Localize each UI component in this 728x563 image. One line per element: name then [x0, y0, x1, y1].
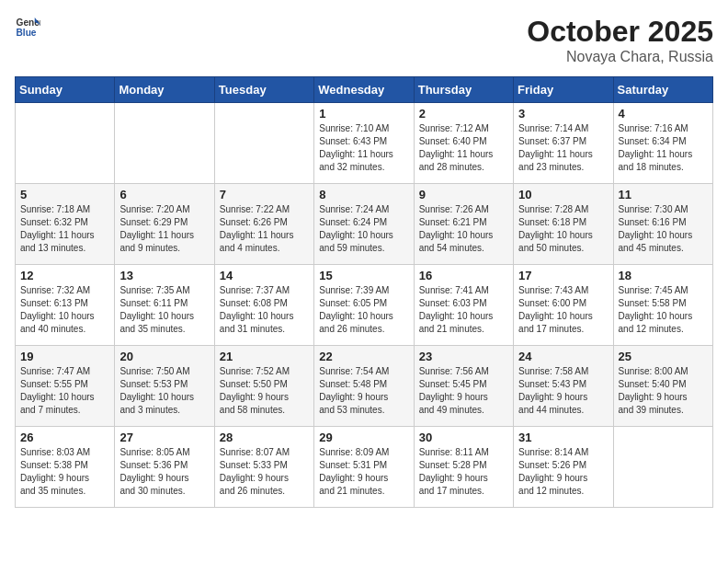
calendar-cell: 5Sunrise: 7:18 AM Sunset: 6:32 PM Daylig… — [16, 184, 115, 265]
day-info: Sunrise: 7:26 AM Sunset: 6:21 PM Dayligh… — [419, 203, 508, 255]
day-info: Sunrise: 7:10 AM Sunset: 6:43 PM Dayligh… — [319, 122, 408, 174]
calendar-cell: 7Sunrise: 7:22 AM Sunset: 6:26 PM Daylig… — [214, 184, 313, 265]
calendar-cell: 27Sunrise: 8:05 AM Sunset: 5:36 PM Dayli… — [115, 427, 214, 508]
calendar-cell: 8Sunrise: 7:24 AM Sunset: 6:24 PM Daylig… — [314, 184, 414, 265]
calendar-cell: 14Sunrise: 7:37 AM Sunset: 6:08 PM Dayli… — [214, 265, 313, 346]
day-number: 17 — [518, 269, 608, 282]
calendar-cell: 18Sunrise: 7:45 AM Sunset: 5:58 PM Dayli… — [613, 265, 712, 346]
calendar-location: Novaya Chara, Russia — [527, 49, 713, 65]
day-number: 29 — [319, 431, 408, 444]
day-info: Sunrise: 7:56 AM Sunset: 5:45 PM Dayligh… — [419, 365, 508, 417]
day-header-saturday: Saturday — [613, 77, 712, 103]
day-info: Sunrise: 7:22 AM Sunset: 6:26 PM Dayligh… — [220, 203, 309, 255]
day-info: Sunrise: 7:45 AM Sunset: 5:58 PM Dayligh… — [619, 284, 708, 336]
calendar-cell: 20Sunrise: 7:50 AM Sunset: 5:53 PM Dayli… — [115, 346, 214, 427]
day-number: 19 — [20, 350, 109, 363]
day-info: Sunrise: 7:18 AM Sunset: 6:32 PM Dayligh… — [20, 203, 109, 255]
day-info: Sunrise: 7:28 AM Sunset: 6:18 PM Dayligh… — [518, 203, 608, 255]
day-number: 16 — [419, 269, 508, 282]
day-info: Sunrise: 7:41 AM Sunset: 6:03 PM Dayligh… — [419, 284, 508, 336]
calendar-cell: 30Sunrise: 8:11 AM Sunset: 5:28 PM Dayli… — [414, 427, 513, 508]
day-info: Sunrise: 7:52 AM Sunset: 5:50 PM Dayligh… — [220, 365, 309, 417]
calendar-title: October 2025 — [527, 15, 713, 49]
day-number: 27 — [119, 431, 209, 444]
day-number: 30 — [419, 431, 508, 444]
calendar-cell: 23Sunrise: 7:56 AM Sunset: 5:45 PM Dayli… — [414, 346, 513, 427]
day-number: 28 — [220, 431, 309, 444]
calendar-cell: 2Sunrise: 7:12 AM Sunset: 6:40 PM Daylig… — [414, 103, 513, 184]
page-header: General Blue October 2025 Novaya Chara, … — [15, 15, 713, 65]
calendar-cell: 31Sunrise: 8:14 AM Sunset: 5:26 PM Dayli… — [514, 427, 613, 508]
day-number: 9 — [419, 188, 508, 201]
day-info: Sunrise: 7:37 AM Sunset: 6:08 PM Dayligh… — [220, 284, 309, 336]
day-number: 1 — [319, 107, 408, 121]
day-info: Sunrise: 7:50 AM Sunset: 5:53 PM Dayligh… — [119, 365, 209, 417]
day-number: 22 — [319, 350, 408, 363]
calendar-cell: 26Sunrise: 8:03 AM Sunset: 5:38 PM Dayli… — [16, 427, 115, 508]
day-number: 11 — [619, 188, 708, 201]
calendar-cell: 12Sunrise: 7:32 AM Sunset: 6:13 PM Dayli… — [16, 265, 115, 346]
calendar-cell: 25Sunrise: 8:00 AM Sunset: 5:40 PM Dayli… — [613, 346, 712, 427]
title-block: October 2025 Novaya Chara, Russia — [527, 15, 713, 65]
calendar-cell: 13Sunrise: 7:35 AM Sunset: 6:11 PM Dayli… — [115, 265, 214, 346]
day-number: 21 — [220, 350, 309, 363]
day-info: Sunrise: 7:16 AM Sunset: 6:34 PM Dayligh… — [619, 122, 708, 174]
day-info: Sunrise: 7:39 AM Sunset: 6:05 PM Dayligh… — [319, 284, 408, 336]
day-number: 23 — [419, 350, 508, 363]
calendar-cell: 22Sunrise: 7:54 AM Sunset: 5:48 PM Dayli… — [314, 346, 414, 427]
day-info: Sunrise: 8:03 AM Sunset: 5:38 PM Dayligh… — [20, 446, 109, 498]
calendar-cell: 15Sunrise: 7:39 AM Sunset: 6:05 PM Dayli… — [314, 265, 414, 346]
day-info: Sunrise: 7:54 AM Sunset: 5:48 PM Dayligh… — [319, 365, 408, 417]
day-number: 31 — [518, 431, 608, 444]
calendar-week-2: 5Sunrise: 7:18 AM Sunset: 6:32 PM Daylig… — [16, 184, 713, 265]
day-number: 8 — [319, 188, 408, 201]
calendar-week-1: 1Sunrise: 7:10 AM Sunset: 6:43 PM Daylig… — [16, 103, 713, 184]
day-number: 25 — [619, 350, 708, 363]
day-number: 2 — [419, 107, 508, 121]
day-number: 15 — [319, 269, 408, 282]
day-header-tuesday: Tuesday — [214, 77, 313, 103]
calendar-cell — [115, 103, 214, 184]
day-info: Sunrise: 7:58 AM Sunset: 5:43 PM Dayligh… — [518, 365, 608, 417]
calendar-cell: 1Sunrise: 7:10 AM Sunset: 6:43 PM Daylig… — [314, 103, 414, 184]
day-info: Sunrise: 8:09 AM Sunset: 5:31 PM Dayligh… — [319, 446, 408, 498]
calendar-header-row: SundayMondayTuesdayWednesdayThursdayFrid… — [16, 77, 713, 103]
calendar-week-4: 19Sunrise: 7:47 AM Sunset: 5:55 PM Dayli… — [16, 346, 713, 427]
calendar-cell — [214, 103, 313, 184]
logo: General Blue — [15, 15, 40, 40]
day-header-wednesday: Wednesday — [314, 77, 414, 103]
day-number: 14 — [220, 269, 309, 282]
calendar-cell: 24Sunrise: 7:58 AM Sunset: 5:43 PM Dayli… — [514, 346, 613, 427]
day-number: 26 — [20, 431, 109, 444]
day-number: 10 — [518, 188, 608, 201]
calendar-cell — [613, 427, 712, 508]
calendar-cell: 28Sunrise: 8:07 AM Sunset: 5:33 PM Dayli… — [214, 427, 313, 508]
svg-text:Blue: Blue — [17, 28, 37, 38]
day-info: Sunrise: 7:47 AM Sunset: 5:55 PM Dayligh… — [20, 365, 109, 417]
day-number: 4 — [619, 107, 708, 121]
calendar-table: SundayMondayTuesdayWednesdayThursdayFrid… — [15, 76, 713, 508]
day-header-thursday: Thursday — [414, 77, 513, 103]
calendar-cell: 4Sunrise: 7:16 AM Sunset: 6:34 PM Daylig… — [613, 103, 712, 184]
day-info: Sunrise: 7:32 AM Sunset: 6:13 PM Dayligh… — [20, 284, 109, 336]
day-header-sunday: Sunday — [16, 77, 115, 103]
day-info: Sunrise: 8:11 AM Sunset: 5:28 PM Dayligh… — [419, 446, 508, 498]
day-number: 7 — [220, 188, 309, 201]
day-info: Sunrise: 7:35 AM Sunset: 6:11 PM Dayligh… — [119, 284, 209, 336]
day-number: 6 — [119, 188, 209, 201]
calendar-cell: 6Sunrise: 7:20 AM Sunset: 6:29 PM Daylig… — [115, 184, 214, 265]
day-info: Sunrise: 7:24 AM Sunset: 6:24 PM Dayligh… — [319, 203, 408, 255]
calendar-week-3: 12Sunrise: 7:32 AM Sunset: 6:13 PM Dayli… — [16, 265, 713, 346]
day-info: Sunrise: 8:05 AM Sunset: 5:36 PM Dayligh… — [119, 446, 209, 498]
calendar-cell: 9Sunrise: 7:26 AM Sunset: 6:21 PM Daylig… — [414, 184, 513, 265]
calendar-cell: 19Sunrise: 7:47 AM Sunset: 5:55 PM Dayli… — [16, 346, 115, 427]
day-number: 5 — [20, 188, 109, 201]
day-info: Sunrise: 7:14 AM Sunset: 6:37 PM Dayligh… — [518, 122, 608, 174]
day-info: Sunrise: 7:12 AM Sunset: 6:40 PM Dayligh… — [419, 122, 508, 174]
day-number: 13 — [119, 269, 209, 282]
calendar-week-5: 26Sunrise: 8:03 AM Sunset: 5:38 PM Dayli… — [16, 427, 713, 508]
day-number: 18 — [619, 269, 708, 282]
day-info: Sunrise: 7:30 AM Sunset: 6:16 PM Dayligh… — [619, 203, 708, 255]
day-header-friday: Friday — [514, 77, 613, 103]
calendar-cell: 17Sunrise: 7:43 AM Sunset: 6:00 PM Dayli… — [514, 265, 613, 346]
